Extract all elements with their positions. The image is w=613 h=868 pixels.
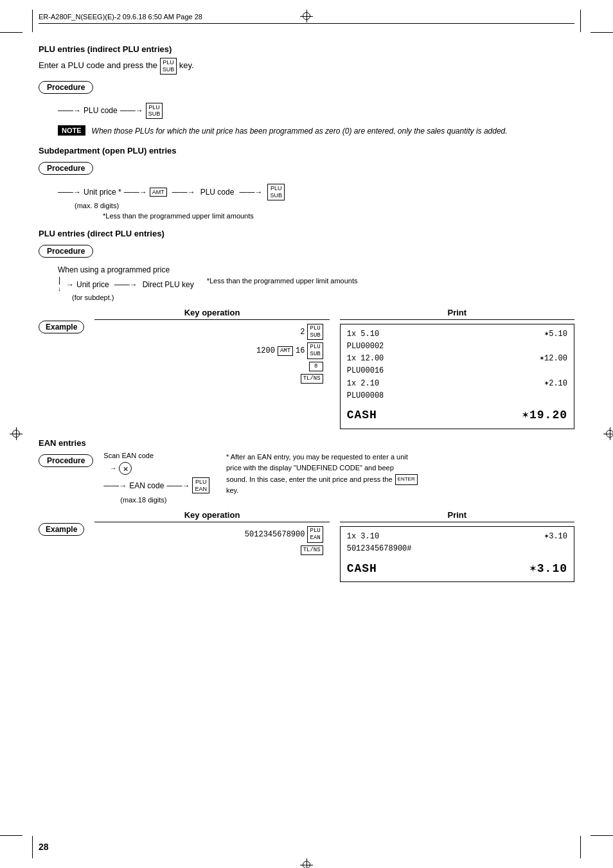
header-text: ER-A280F_N(SEEG)(E)-2 09.6.18 6:50 AM Pa… <box>39 13 202 21</box>
tlns-key-ean: TL/NS <box>301 545 323 555</box>
page-container: ER-A280F_N(SEEG)(E)-2 09.6.18 6:50 AM Pa… <box>0 0 613 868</box>
direct-op-print: Key operation 2 PLUSUB 1200 AMT 16 PLUSU… <box>94 308 574 429</box>
crop-mark <box>591 835 613 836</box>
tlns-key: TL/NS <box>301 374 323 384</box>
plu-indirect-flow: ——→ PLU code ——→ PLUSUB <box>58 103 574 120</box>
subdep-flow: ——→ Unit price * ——→ AMT ——→ PLU code ——… <box>58 184 574 209</box>
key-op-list-direct: 2 PLUSUB 1200 AMT 16 PLUSUB 8 <box>94 324 329 384</box>
key-op-header-direct: Key operation <box>94 308 329 320</box>
direct-plu-example-area: Example Key operation 2 PLUSUB 1200 <box>39 308 574 429</box>
ean-left-flow: Scan EAN code → ✕ ——→ EAN code ——→ PLUEA… <box>103 452 209 504</box>
ean-op-print: Key operation 5012345678900 PLUEAN TL/NS <box>94 510 574 582</box>
crop-mark <box>32 10 33 32</box>
header-bar: ER-A280F_N(SEEG)(E)-2 09.6.18 6:50 AM Pa… <box>39 13 574 24</box>
procedure-badge-indirect: Procedure <box>39 81 93 94</box>
key-op-list-ean: 5012345678900 PLUEAN TL/NS <box>94 526 329 554</box>
print-header-ean: Print <box>340 510 574 522</box>
plu-indirect-intro: Enter a PLU code and press the PLUSUB ke… <box>39 58 574 75</box>
plu-sub-key-intro: PLUSUB <box>160 58 177 75</box>
plu-sub-key-subdep: PLUSUB <box>267 184 285 200</box>
ean-right-note: * After an EAN entry, you may be request… <box>226 452 418 497</box>
crop-mark <box>0 835 22 836</box>
key-op-col-ean: Key operation 5012345678900 PLUEAN TL/NS <box>94 510 329 582</box>
print-col-ean: Print 1x 3.10✶3.10 5012345678900# CASH✶3… <box>340 510 574 582</box>
note-box-indirect: NOTE When those PLUs for which the unit … <box>58 125 574 137</box>
ean-example-area: Example Key operation 5012345678900 PLUE… <box>39 510 574 582</box>
crop-mark <box>0 32 22 33</box>
plu-sub-key-op2: PLUSUB <box>307 342 323 359</box>
direct-plu-flow-area: ↓ → Unit price ——→ Direct PLU key (for s… <box>58 277 574 301</box>
plu-ean-key-op: PLUEAN <box>307 526 323 543</box>
ean-procedure-area: Procedure Scan EAN code → ✕ ——→ EAN code… <box>39 452 574 504</box>
crop-mark <box>591 32 613 33</box>
plu-ean-key: PLUEAN <box>192 477 209 494</box>
procedure-badge-subdep: Procedure <box>39 162 93 175</box>
enter-key: ENTER <box>395 474 418 485</box>
example-badge-direct: Example <box>39 321 84 333</box>
plu-sub-key-op1: PLUSUB <box>307 324 323 341</box>
section-plu-direct: PLU entries (direct PLU entries) Procedu… <box>39 229 574 429</box>
section-title-subdep: Subdepartment (open PLU) entries <box>39 146 574 155</box>
print-header-direct: Print <box>340 308 574 320</box>
amt-key: AMT <box>150 188 167 197</box>
print-box-ean: 1x 3.10✶3.10 5012345678900# CASH✶3.10 <box>340 526 574 582</box>
example-badge-ean: Example <box>39 523 84 536</box>
crop-mark <box>32 836 33 858</box>
main-content: PLU entries (indirect PLU entries) Enter… <box>39 35 574 829</box>
subdep-footnote: *Less than the programmed upper limit am… <box>103 212 574 220</box>
amt-key-op: AMT <box>278 346 293 356</box>
print-col-direct: Print 1x 5.10✶5.10 PLU00002 1x 12.00✶12.… <box>340 308 574 429</box>
procedure-badge-direct: Procedure <box>39 245 93 258</box>
section-title-plu-direct: PLU entries (direct PLU entries) <box>39 229 574 238</box>
print-box-direct: 1x 5.10✶5.10 PLU00002 1x 12.00✶12.00 PLU… <box>340 324 574 429</box>
procedure-badge-ean: Procedure <box>39 454 93 467</box>
crop-mark <box>580 10 581 32</box>
crop-mark <box>580 836 581 858</box>
section-title-ean: EAN entries <box>39 438 574 448</box>
key-op-header-ean: Key operation <box>94 510 329 522</box>
page-number: 28 <box>39 842 49 852</box>
section-ean: EAN entries Procedure Scan EAN code → ✕ … <box>39 438 574 583</box>
scan-icon: ✕ <box>119 462 132 475</box>
section-subdep: Subdepartment (open PLU) entries Procedu… <box>39 146 574 220</box>
note-text: When those PLUs for which the unit price… <box>92 125 508 137</box>
direct-plu-note: When using a programmed price <box>58 265 574 274</box>
num8-key: 8 <box>309 362 323 371</box>
direct-plu-right-note: *Less than the programmed upper limit am… <box>207 277 358 285</box>
key-op-col-direct: Key operation 2 PLUSUB 1200 AMT 16 PLUSU… <box>94 308 329 429</box>
plu-sub-key-flow: PLUSUB <box>146 103 163 120</box>
note-label: NOTE <box>58 125 85 136</box>
section-plu-indirect: PLU entries (indirect PLU entries) Enter… <box>39 44 574 137</box>
section-title-plu-indirect: PLU entries (indirect PLU entries) <box>39 44 574 54</box>
